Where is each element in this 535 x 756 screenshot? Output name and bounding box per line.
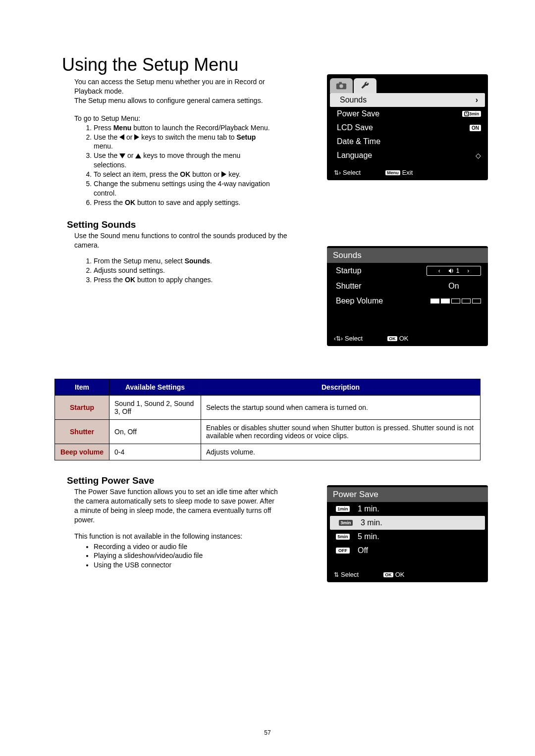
power-save-title: Power Save	[327, 487, 488, 502]
updown-icon: ⇅	[334, 571, 339, 578]
goto-step-1: Press Menu button to launch the Record/P…	[94, 123, 290, 133]
power-save-note: This function is not available in the fo…	[74, 532, 280, 541]
power-save-bullets: Recording a video or audio file Playing …	[83, 542, 280, 570]
power-save-submenu-screenshot: Power Save 1min 1 min. 3min 3 min. 5min …	[327, 485, 488, 582]
setup-menu-list: Sounds › Power Save 3min LCD Save ON	[327, 93, 488, 162]
sounds-step-1: From the Setup menu, select Sounds.	[94, 256, 290, 266]
up-arrow-icon	[135, 153, 141, 158]
updown-icon: ⇅›	[334, 169, 341, 176]
table-row: Beep volume 0-4 Adjusts volume.	[55, 444, 481, 460]
th-description: Description	[201, 379, 481, 396]
svg-rect-1	[339, 82, 342, 84]
menu-item-lcd-save: LCD Save ON	[327, 121, 488, 135]
goto-steps-list: Press Menu button to launch the Record/P…	[83, 123, 290, 207]
intro-line-2: The Setup menu allows to configure gener…	[74, 97, 263, 104]
th-available: Available Settings	[109, 379, 201, 396]
down-arrow-icon	[119, 153, 125, 158]
ok-key-icon: OK	[387, 336, 397, 341]
svg-point-2	[339, 84, 343, 88]
sounds-desc: Use the Sound menu functions to control …	[74, 231, 290, 250]
goto-step-2: Use the or keys to switch the menu tab t…	[94, 133, 290, 151]
chevron-right-icon: ›	[476, 96, 478, 104]
camera-tab-icon	[330, 78, 353, 93]
menu-item-language: Language ◇	[327, 149, 488, 162]
menu-item-sounds: Sounds ›	[330, 93, 485, 107]
sounds-step-3: Press the OK button to apply changes.	[94, 275, 290, 285]
sounds-row-beep: Beep Volume	[327, 294, 488, 308]
right-arrow-icon	[134, 134, 139, 140]
on-badge: ON	[470, 125, 481, 131]
intro-line-1: You can access the Setup menu whether yo…	[74, 78, 265, 95]
sounds-lcd-footer: ‹⇅›Select OKOK	[327, 331, 488, 346]
page-number: 57	[0, 729, 535, 736]
nav-icon: ‹⇅›	[334, 335, 343, 342]
chevron-right-icon: ›	[467, 267, 469, 274]
menu-item-date-time: Date & Time	[327, 135, 488, 149]
startup-spinner: ‹ 1 ›	[427, 266, 481, 276]
bullet-item: Using the USB connector	[94, 560, 280, 570]
goto-heading: To go to Setup Menu:	[74, 114, 290, 122]
table-row: Shutter On, Off Enables or disables shut…	[55, 420, 481, 444]
table-row: Startup Sound 1, Sound 2, Sound 3, Off S…	[55, 396, 481, 420]
language-icon: ◇	[476, 151, 481, 159]
power-save-para: The Power Save function allows you to se…	[74, 487, 280, 525]
power-save-badge: 3min	[462, 111, 481, 117]
sounds-step-2: Adjusts sound settings.	[94, 266, 290, 275]
clock-1min-icon: 1min	[336, 506, 350, 512]
off-icon: OFF	[336, 548, 350, 554]
chevron-left-icon: ‹	[438, 267, 440, 274]
menu-item-power-save: Power Save 3min	[327, 107, 488, 121]
ps-option-3min: 3min 3 min.	[330, 516, 485, 530]
sounds-steps: From the Setup menu, select Sounds. Adju…	[83, 256, 290, 285]
intro-text: You can access the Setup menu whether yo…	[74, 77, 290, 105]
th-item: Item	[55, 379, 109, 396]
goto-step-3: Use the or keys to move through the menu…	[94, 151, 290, 170]
clock-5min-icon: 5min	[336, 534, 350, 540]
lcd-footer: ⇅›Select MenuExit	[327, 165, 488, 180]
left-arrow-icon	[119, 134, 124, 140]
page-title: Using the Setup Menu	[62, 54, 488, 75]
setup-menu-screenshot: Sounds › Power Save 3min LCD Save ON	[327, 74, 488, 180]
menu-key-icon: Menu	[385, 170, 400, 175]
wrench-tab-icon	[354, 78, 376, 93]
lcd-tabs	[327, 76, 488, 93]
goto-step-4: To select an item, press the OK button o…	[94, 170, 290, 179]
power-lcd-footer: ⇅Select OKOK	[327, 567, 488, 582]
sounds-row-startup: Startup ‹ 1 ›	[327, 263, 488, 279]
goto-step-5: Change the submenu settings using the 4-…	[94, 179, 290, 198]
ps-option-5min: 5min 5 min.	[327, 530, 488, 544]
sounds-row-shutter: Shutter On	[327, 279, 488, 294]
sounds-submenu-title: Sounds	[327, 248, 488, 263]
manual-page: Using the Setup Menu You can access the …	[0, 0, 535, 756]
bullet-item: Playing a slideshow/video/audio file	[94, 551, 280, 560]
volume-bars	[430, 299, 481, 303]
speaker-icon	[448, 268, 454, 274]
goto-step-6: Press the OK button to save and apply se…	[94, 198, 290, 207]
bullet-item: Recording a video or audio file	[94, 542, 280, 552]
power-save-heading: Setting Power Save	[67, 475, 488, 486]
svg-line-5	[467, 114, 468, 115]
sounds-submenu-screenshot: Sounds Startup ‹ 1 › Shutter On Beep Vol…	[327, 246, 488, 346]
ps-option-1min: 1min 1 min.	[327, 502, 488, 516]
sounds-settings-table: Item Available Settings Description Star…	[54, 379, 481, 460]
ok-key-icon: OK	[383, 572, 393, 577]
sounds-heading: Setting Sounds	[67, 219, 488, 230]
clock-3min-icon: 3min	[339, 520, 353, 526]
right-arrow-icon	[221, 171, 226, 177]
ps-option-off: OFF Off	[327, 544, 488, 557]
